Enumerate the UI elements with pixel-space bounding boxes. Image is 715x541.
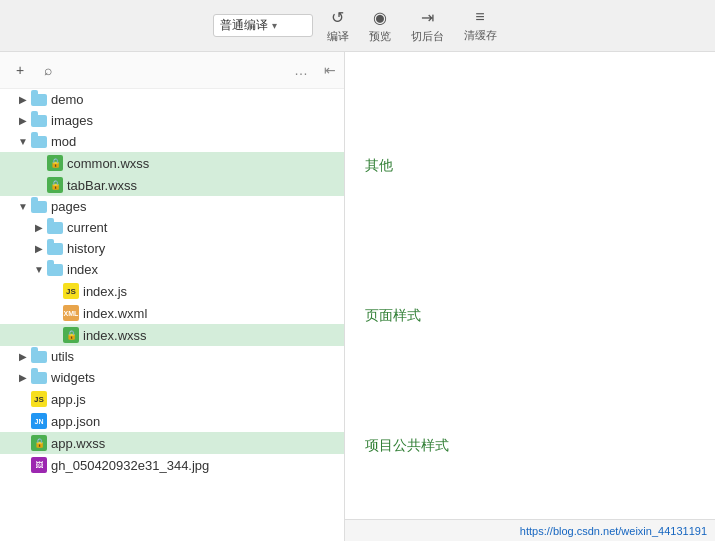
add-button[interactable]: + — [8, 58, 32, 82]
file-label: index — [67, 262, 98, 277]
main-layout: + ⌕ … ⇤ ▶ demo ▶ — [0, 52, 715, 541]
content-panel: 其他 页面样式 项目公共样式 https://blog.csdn.net/wei… — [345, 52, 715, 541]
content-annotations: 其他 页面样式 项目公共样式 — [345, 52, 715, 519]
arrow-icon: ▶ — [16, 115, 30, 126]
arrow-icon: ▼ — [16, 201, 30, 212]
file-label: app.wxss — [51, 436, 105, 451]
list-item[interactable]: ▶ demo — [0, 89, 344, 110]
folder-icon — [30, 136, 48, 148]
list-item[interactable]: ▶ current — [0, 217, 344, 238]
list-item[interactable]: app.wxss — [0, 432, 344, 454]
file-label: app.json — [51, 414, 100, 429]
clear-label: 清缓存 — [464, 28, 497, 43]
stack-icon: ≡ — [475, 8, 484, 26]
list-item[interactable]: XML index.wxml — [0, 302, 344, 324]
list-item[interactable]: JS app.js — [0, 388, 344, 410]
list-item[interactable]: index.wxss — [0, 324, 344, 346]
compile-label: 编译 — [327, 29, 349, 44]
wxss-icon — [62, 327, 80, 343]
file-label: images — [51, 113, 93, 128]
folder-icon — [30, 351, 48, 363]
list-item[interactable]: common.wxss — [0, 152, 344, 174]
file-label: mod — [51, 134, 76, 149]
file-label: gh_050420932e31_344.jpg — [51, 458, 209, 473]
list-item[interactable]: 🖼 gh_050420932e31_344.jpg — [0, 454, 344, 476]
json-icon: JN — [30, 413, 48, 429]
list-item[interactable]: ▶ history — [0, 238, 344, 259]
arrow-icon: ▶ — [16, 94, 30, 105]
statusbar: https://blog.csdn.net/weixin_44131191 — [345, 519, 715, 541]
folder-icon — [30, 201, 48, 213]
file-label: history — [67, 241, 105, 256]
list-item[interactable]: ▼ index — [0, 259, 344, 280]
wxss-icon — [46, 155, 64, 171]
file-label: tabBar.wxss — [67, 178, 137, 193]
js-icon: JS — [62, 283, 80, 299]
switch-icon: ⇥ — [421, 8, 434, 27]
folder-icon — [30, 372, 48, 384]
xml-icon: XML — [62, 305, 80, 321]
list-item[interactable]: JN app.json — [0, 410, 344, 432]
sidebar-toolbar: + ⌕ … ⇤ — [0, 52, 344, 89]
list-item[interactable]: ▼ mod — [0, 131, 344, 152]
arrow-icon: ▼ — [16, 136, 30, 147]
img-icon: 🖼 — [30, 457, 48, 473]
compile-mode-arrow: ▾ — [272, 20, 277, 31]
file-label: index.wxml — [83, 306, 147, 321]
preview-label: 预览 — [369, 29, 391, 44]
compile-mode-select[interactable]: 普通编译 ▾ — [213, 14, 313, 37]
folder-icon — [46, 264, 64, 276]
file-tree: ▶ demo ▶ images ▼ mod — [0, 89, 344, 541]
annotation-page-style: 页面样式 — [365, 307, 421, 325]
list-item[interactable]: JS index.js — [0, 280, 344, 302]
list-item[interactable]: ▶ utils — [0, 346, 344, 367]
clear-btn[interactable]: ≡ 清缓存 — [458, 6, 503, 45]
file-label: common.wxss — [67, 156, 149, 171]
arrow-icon: ▼ — [32, 264, 46, 275]
list-item[interactable]: tabBar.wxss — [0, 174, 344, 196]
list-item[interactable]: ▶ widgets — [0, 367, 344, 388]
arrow-icon: ▶ — [32, 222, 46, 233]
preview-btn[interactable]: ◉ 预览 — [363, 6, 397, 46]
file-label: demo — [51, 92, 84, 107]
list-item[interactable]: ▼ pages — [0, 196, 344, 217]
wxss-icon — [30, 435, 48, 451]
file-label: widgets — [51, 370, 95, 385]
file-label: utils — [51, 349, 74, 364]
sidebar: + ⌕ … ⇤ ▶ demo ▶ — [0, 52, 345, 541]
statusbar-link[interactable]: https://blog.csdn.net/weixin_44131191 — [520, 525, 707, 537]
folder-icon — [30, 94, 48, 106]
arrow-icon: ▶ — [16, 351, 30, 362]
switch-btn[interactable]: ⇥ 切后台 — [405, 6, 450, 46]
eye-icon: ◉ — [373, 8, 387, 27]
file-label: index.wxss — [83, 328, 147, 343]
arrow-icon: ▶ — [32, 243, 46, 254]
list-item[interactable]: ▶ images — [0, 110, 344, 131]
file-label: pages — [51, 199, 86, 214]
arrow-icon: ▶ — [16, 372, 30, 383]
folder-icon — [46, 222, 64, 234]
file-label: current — [67, 220, 107, 235]
annotation-other: 其他 — [365, 157, 393, 175]
search-button[interactable]: ⌕ — [36, 58, 60, 82]
folder-icon — [46, 243, 64, 255]
collapse-button[interactable]: ⇤ — [324, 62, 336, 78]
compile-group: 普通编译 ▾ — [213, 14, 313, 37]
more-button[interactable]: … — [294, 62, 308, 78]
file-label: app.js — [51, 392, 86, 407]
compile-mode-label: 普通编译 — [220, 17, 268, 34]
app-container: 普通编译 ▾ ↺ 编译 ◉ 预览 ⇥ 切后台 ≡ 清缓存 + ⌕ … — [0, 0, 715, 541]
toolbar: 普通编译 ▾ ↺ 编译 ◉ 预览 ⇥ 切后台 ≡ 清缓存 — [0, 0, 715, 52]
wxss-icon — [46, 177, 64, 193]
annotation-project-style: 项目公共样式 — [365, 437, 449, 455]
folder-icon — [30, 115, 48, 127]
file-label: index.js — [83, 284, 127, 299]
refresh-btn[interactable]: ↺ 编译 — [321, 6, 355, 46]
js-icon: JS — [30, 391, 48, 407]
refresh-icon: ↺ — [331, 8, 344, 27]
switch-label: 切后台 — [411, 29, 444, 44]
